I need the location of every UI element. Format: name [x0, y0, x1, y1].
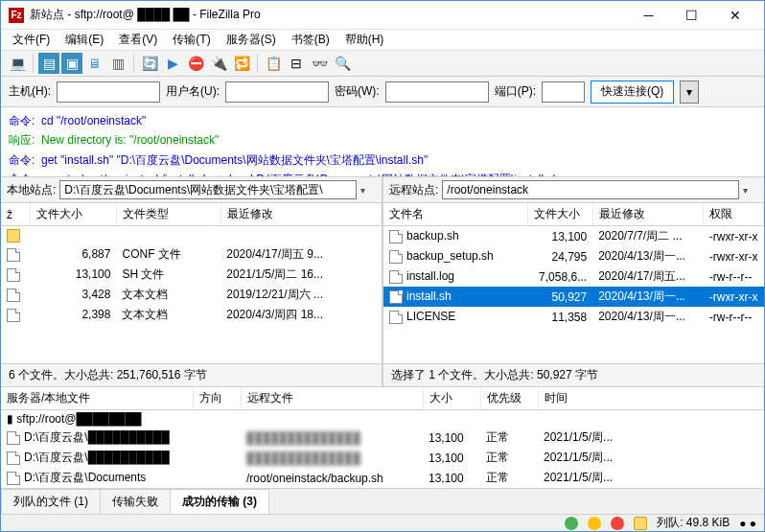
menu-file[interactable]: 文件(F) [5, 30, 58, 50]
maximize-button[interactable]: ☐ [670, 1, 713, 30]
file-icon [389, 290, 403, 304]
port-label: 端口(P): [495, 83, 536, 100]
menu-view[interactable]: 查看(V) [111, 30, 165, 50]
status-bar: 列队: 49.8 KiB ● ● [1, 514, 764, 531]
local-file-list[interactable]: ž文件大小文件类型最近修改 6,887CONF 文件2020/4/17/周五 9… [1, 203, 382, 363]
toggle-remote-tree-icon[interactable]: 🖥 [84, 53, 105, 74]
list-item: 2,398文本文档2020/4/3/周四 18... [1, 305, 382, 325]
disconnect-icon[interactable]: 🔌 [208, 53, 229, 74]
remote-path-input[interactable] [442, 180, 739, 199]
queue-size: 列队: 49.8 KiB [657, 515, 730, 531]
user-label: 用户名(U): [166, 83, 220, 100]
quickconnect-bar: 主机(H): 用户名(U): 密码(W): 端口(P): 快速连接(Q) ▾ [1, 77, 764, 107]
file-icon [389, 250, 403, 264]
pass-label: 密码(W): [335, 83, 380, 100]
title-bar: Fz 新站点 - sftp://root@ ████ ██ - FileZill… [1, 1, 764, 30]
process-queue-icon[interactable]: ▶ [162, 53, 183, 74]
host-input[interactable] [57, 81, 160, 103]
file-icon [389, 270, 403, 284]
queue-row: D:\百度云盘\Documents/root/oneinstack/backup… [1, 468, 764, 488]
status-indicator-icon [588, 517, 601, 530]
list-item [1, 226, 382, 244]
search-icon[interactable]: 🔍 [332, 53, 353, 74]
tab-success[interactable]: 成功的传输 (3) [170, 489, 269, 514]
reconnect-icon[interactable]: 🔁 [231, 53, 252, 74]
queue-row: D:\百度云盘\████████████████████████13,100正常… [1, 428, 764, 448]
status-indicator-icon [611, 517, 624, 530]
app-icon: Fz [9, 8, 24, 23]
remote-site-label: 远程站点: [389, 182, 438, 198]
list-item: backup_setup.sh24,7952020/4/13/周一...-rwx… [383, 246, 764, 266]
file-icon [389, 311, 403, 324]
chevron-down-icon[interactable]: ▾ [360, 185, 376, 196]
menu-edit[interactable]: 编辑(E) [58, 30, 111, 50]
quickconnect-dropdown[interactable]: ▾ [680, 81, 699, 104]
file-icon [7, 309, 20, 322]
sync-browse-icon[interactable]: 👓 [309, 53, 330, 74]
list-item: install.log7,058,6...2020/4/17/周五...-rw-… [383, 266, 764, 287]
toggle-local-tree-icon[interactable]: ▣ [61, 53, 82, 74]
main-split: ž文件大小文件类型最近修改 6,887CONF 文件2020/4/17/周五 9… [1, 203, 764, 364]
list-item: 3,428文本文档2019/12/21/周六 ... [1, 285, 382, 305]
lock-icon [634, 517, 647, 530]
toggle-log-icon[interactable]: ▤ [38, 53, 59, 74]
toggle-queue-icon[interactable]: ▥ [107, 53, 128, 74]
status-indicator-icon [565, 517, 578, 530]
file-icon [389, 230, 403, 243]
menu-help[interactable]: 帮助(H) [337, 30, 392, 50]
host-label: 主机(H): [9, 83, 51, 100]
list-item: backup.sh13,1002020/7/7/周二 ...-rwxr-xr-x [383, 226, 764, 247]
local-site-label: 本地站点: [7, 182, 56, 198]
list-item: install.sh50,9272020/4/13/周一...-rwxr-xr-… [383, 287, 764, 307]
file-icon [7, 289, 20, 302]
port-input[interactable] [542, 81, 585, 103]
queue-server-row: ▮ sftp://root@████████ [1, 410, 764, 428]
cancel-icon[interactable]: ⛔ [185, 53, 206, 74]
file-icon [7, 248, 20, 262]
menu-transfer[interactable]: 传输(T) [165, 30, 218, 50]
local-status: 6 个文件。大小总共: 251,760,516 字节 [1, 364, 383, 386]
file-icon [7, 451, 20, 465]
remote-pane: 文件名文件大小最近修改权限 backup.sh13,1002020/7/7/周二… [383, 203, 764, 363]
site-manager-icon[interactable]: 💻 [7, 53, 28, 74]
filter-icon[interactable]: 📋 [263, 53, 284, 74]
tab-queued[interactable]: 列队的文件 (1) [1, 489, 101, 514]
menu-server[interactable]: 服务器(S) [219, 30, 284, 50]
window-title: 新站点 - sftp://root@ ████ ██ - FileZilla P… [30, 7, 627, 23]
log-line: 命令: cd "/root/oneinstack" [9, 114, 146, 127]
transfer-queue[interactable]: 服务器/本地文件方向远程文件大小优先级时间 ▮ sftp://root@████… [1, 387, 764, 488]
list-item: 13,100SH 文件2021/1/5/周二 16... [1, 265, 382, 285]
close-button[interactable]: ✕ [713, 1, 756, 30]
queue-row: D:\百度云盘\████████████████████████13,100正常… [1, 448, 764, 468]
folder-icon [7, 229, 20, 243]
tab-failed[interactable]: 传输失败 [100, 489, 171, 514]
local-pane: ž文件大小文件类型最近修改 6,887CONF 文件2020/4/17/周五 9… [1, 203, 383, 363]
file-icon [7, 431, 20, 445]
queue-tabs: 列队的文件 (1) 传输失败 成功的传输 (3) [1, 488, 764, 514]
file-icon [7, 268, 20, 282]
compare-icon[interactable]: ⊟ [286, 53, 307, 74]
chevron-down-icon[interactable]: ▾ [743, 185, 758, 196]
pass-input[interactable] [385, 81, 489, 103]
message-log[interactable]: 命令: cd "/root/oneinstack" 响应: New direct… [1, 107, 764, 177]
toolbar: 💻 ▤ ▣ 🖥 ▥ 🔄 ▶ ⛔ 🔌 🔁 📋 ⊟ 👓 🔍 [1, 51, 764, 77]
status-dots: ● ● [739, 517, 756, 530]
list-item: 6,887CONF 文件2020/4/17/周五 9... [1, 244, 382, 265]
quickconnect-button[interactable]: 快速连接(Q) [591, 81, 674, 104]
user-input[interactable] [225, 81, 329, 103]
list-item: LICENSE11,3582020/4/13/周一...-rw-r--r-- [383, 307, 764, 327]
remote-status: 选择了 1 个文件。大小总共: 50,927 字节 [383, 364, 764, 386]
log-line: 命令: get "install.sh" "D:\百度云盘\Documents\… [9, 153, 428, 167]
minimize-button[interactable]: ─ [627, 1, 670, 30]
refresh-icon[interactable]: 🔄 [139, 53, 160, 74]
menu-bar: 文件(F) 编辑(E) 查看(V) 传输(T) 服务器(S) 书签(B) 帮助(… [1, 30, 764, 51]
menu-bookmarks[interactable]: 书签(B) [284, 30, 337, 50]
file-icon [7, 472, 20, 485]
remote-file-list[interactable]: 文件名文件大小最近修改权限 backup.sh13,1002020/7/7/周二… [383, 203, 764, 363]
log-line: 响应: New directory is: "/root/oneinstack" [9, 133, 219, 147]
local-path-input[interactable] [59, 180, 357, 199]
